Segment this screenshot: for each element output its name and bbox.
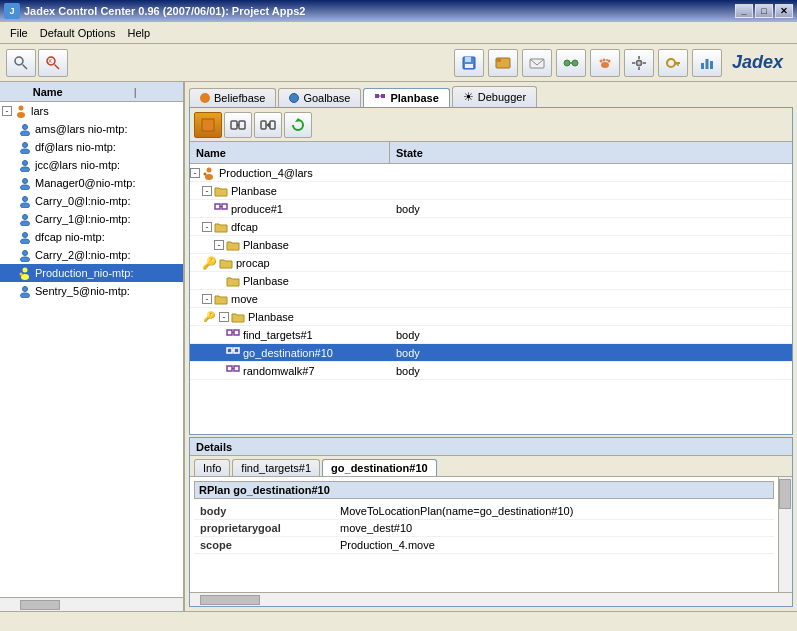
tab-goalbase[interactable]: Goalbase bbox=[278, 88, 361, 107]
tree-label-manager: Manager0@nio-mtp: bbox=[35, 177, 135, 189]
maximize-button[interactable]: □ bbox=[755, 4, 773, 18]
svg-rect-29 bbox=[701, 63, 704, 69]
svg-rect-21 bbox=[638, 56, 640, 59]
tree-node-carry2[interactable]: Carry_2@l:nio-mtp: bbox=[0, 246, 183, 264]
planbase-icon bbox=[374, 93, 386, 103]
tree-node-production[interactable]: Production_nio-mtp: bbox=[0, 264, 183, 282]
details-scroll-v[interactable] bbox=[778, 477, 792, 592]
svg-point-12 bbox=[572, 60, 578, 66]
menu-help[interactable]: Help bbox=[122, 25, 157, 41]
tab-debugger[interactable]: ☀ Debugger bbox=[452, 86, 537, 107]
left-scroll-h[interactable] bbox=[0, 597, 183, 611]
toolbar-connect[interactable] bbox=[556, 49, 586, 77]
svg-point-11 bbox=[564, 60, 570, 66]
tree-node-sentry[interactable]: Sentry_5@nio-mtp: bbox=[0, 282, 183, 300]
plan-row-7[interactable]: - move bbox=[190, 290, 792, 308]
tab-planbase[interactable]: Planbase bbox=[363, 88, 449, 107]
plan-state-9: body bbox=[390, 329, 792, 341]
plan-btn-step[interactable] bbox=[224, 112, 252, 138]
details-plan-title: RPlan go_destination#10 bbox=[194, 481, 774, 499]
tree-label-jcc: jcc@lars nio-mtp: bbox=[35, 159, 120, 171]
expand-planbase1[interactable]: - bbox=[202, 186, 212, 196]
tree-node-jcc[interactable]: jcc@lars nio-mtp: bbox=[0, 156, 183, 174]
plan-row-10[interactable]: go_destination#10 body bbox=[190, 344, 792, 362]
plan-row-5[interactable]: 🔑 procap bbox=[190, 254, 792, 272]
tree-node-dfcap[interactable]: dfcap nio-mtp: bbox=[0, 228, 183, 246]
tree-node-ams[interactable]: ams@lars nio-mtp: bbox=[0, 120, 183, 138]
plan-btn-play[interactable] bbox=[254, 112, 282, 138]
close-button[interactable]: ✕ bbox=[775, 4, 793, 18]
svg-rect-71 bbox=[222, 204, 227, 209]
minimize-button[interactable]: _ bbox=[735, 4, 753, 18]
title-bar: J Jadex Control Center 0.96 (2007/06/01)… bbox=[0, 0, 797, 22]
details-scroll-h[interactable] bbox=[190, 592, 792, 606]
expand-dfcap[interactable]: - bbox=[202, 222, 212, 232]
toolbar-load[interactable] bbox=[488, 49, 518, 77]
details-tab-find-targets[interactable]: find_targets#1 bbox=[232, 459, 320, 476]
menu-default-options[interactable]: Default Options bbox=[34, 25, 122, 41]
agent-tree-panel: Name | - lars ams@lars nio-mtp: bbox=[0, 82, 185, 611]
tab-beliefbase[interactable]: Beliefbase bbox=[189, 88, 276, 107]
svg-point-40 bbox=[23, 179, 28, 184]
right-panel: Beliefbase Goalbase Planbase ☀ Debugger bbox=[185, 82, 797, 611]
tree-node-lars[interactable]: - lars bbox=[0, 102, 183, 120]
svg-point-20 bbox=[637, 61, 640, 64]
tree-label-dfcap: dfcap nio-mtp: bbox=[35, 231, 105, 243]
svg-point-38 bbox=[23, 161, 28, 166]
plan-row-2[interactable]: produce#1 body bbox=[190, 200, 792, 218]
tree-node-manager[interactable]: Manager0@nio-mtp: bbox=[0, 174, 183, 192]
tree-node-carry0[interactable]: Carry_0@l:nio-mtp: bbox=[0, 192, 183, 210]
jadex-logo: Jadex bbox=[732, 52, 783, 73]
svg-text:X: X bbox=[48, 58, 52, 64]
toolbar-settings[interactable] bbox=[624, 49, 654, 77]
expand-planbase2[interactable]: - bbox=[214, 240, 224, 250]
expand-lars[interactable]: - bbox=[2, 106, 12, 116]
plan-row-4[interactable]: - Planbase bbox=[190, 236, 792, 254]
plan-row-6[interactable]: Planbase bbox=[190, 272, 792, 290]
details-row-body: body MoveToLocationPlan(name=go_destinat… bbox=[194, 503, 774, 520]
resize-handle[interactable]: | bbox=[92, 86, 180, 98]
details-tab-bar: Info find_targets#1 go_destination#10 bbox=[190, 456, 792, 477]
beliefbase-dot bbox=[200, 93, 210, 103]
search-button-1[interactable] bbox=[6, 49, 36, 77]
search-button-2[interactable]: X bbox=[38, 49, 68, 77]
svg-point-47 bbox=[21, 239, 30, 244]
plan-row-0[interactable]: - Production_4@lars bbox=[190, 164, 792, 182]
agent-icon-production bbox=[18, 266, 32, 280]
plan-btn-refresh[interactable] bbox=[284, 112, 312, 138]
details-tab-info[interactable]: Info bbox=[194, 459, 230, 476]
plan-row-8[interactable]: 🔑 - Planbase bbox=[190, 308, 792, 326]
plan-row-9[interactable]: find_targets#1 body bbox=[190, 326, 792, 344]
plan-label-4: Planbase bbox=[243, 239, 289, 251]
agent-icon-carry2 bbox=[18, 248, 32, 262]
svg-point-25 bbox=[667, 59, 675, 67]
svg-rect-6 bbox=[465, 57, 471, 62]
expand-prod4[interactable]: - bbox=[190, 168, 200, 178]
folder-icon-3 bbox=[214, 220, 228, 234]
plan-toolbar bbox=[190, 108, 792, 142]
menu-file[interactable]: File bbox=[4, 25, 34, 41]
expand-planbase3[interactable]: - bbox=[219, 312, 229, 322]
plan-row-1[interactable]: - Planbase bbox=[190, 182, 792, 200]
toolbar-mail[interactable] bbox=[522, 49, 552, 77]
details-value-scope: Production_4.move bbox=[334, 537, 774, 554]
toolbar-key[interactable] bbox=[658, 49, 688, 77]
svg-rect-23 bbox=[632, 62, 635, 64]
details-row-scope: scope Production_4.move bbox=[194, 537, 774, 554]
tree-node-df[interactable]: df@lars nio-mtp: bbox=[0, 138, 183, 156]
plan-row-11[interactable]: randomwalk#7 body bbox=[190, 362, 792, 380]
toolbar-save[interactable] bbox=[454, 49, 484, 77]
svg-rect-24 bbox=[643, 62, 646, 64]
toolbar-paw[interactable] bbox=[590, 49, 620, 77]
plan-tree[interactable]: - Production_4@lars - bbox=[190, 164, 792, 434]
agent-tree-scroll[interactable]: - lars ams@lars nio-mtp: df@lars nio-mtp… bbox=[0, 102, 183, 597]
tree-label-carry0: Carry_0@l:nio-mtp: bbox=[35, 195, 131, 207]
tree-node-carry1[interactable]: Carry_1@l:nio-mtp: bbox=[0, 210, 183, 228]
key-icon-8: 🔑 bbox=[202, 310, 216, 324]
plan-row-3[interactable]: - dfcap bbox=[190, 218, 792, 236]
plan-area: Name State - Production_4@lars bbox=[189, 107, 793, 435]
details-tab-go-destination[interactable]: go_destination#10 bbox=[322, 459, 437, 476]
plan-btn-orange[interactable] bbox=[194, 112, 222, 138]
expand-move[interactable]: - bbox=[202, 294, 212, 304]
toolbar-chart[interactable] bbox=[692, 49, 722, 77]
